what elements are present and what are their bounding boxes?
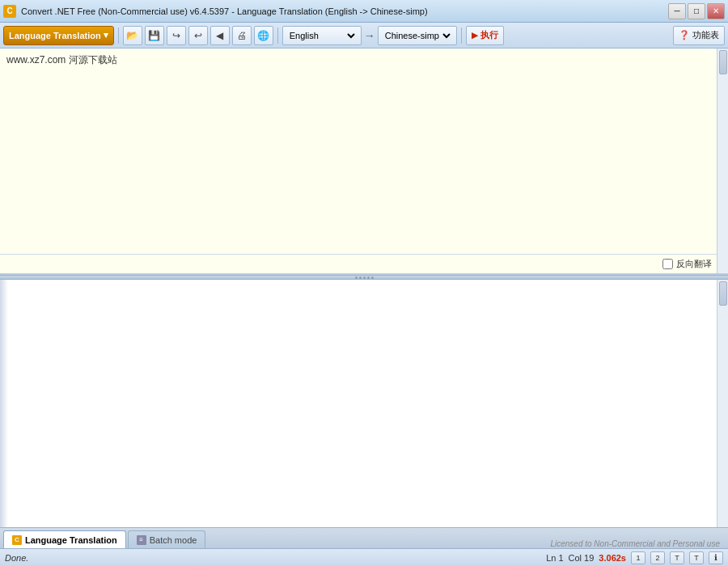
status-time-value: 3.062s [599,553,626,563]
back-button[interactable]: ◀ [210,26,230,45]
to-language-select[interactable]: Chinese-simp English French German Spani… [382,30,453,41]
left-accent-decoration [0,280,8,527]
tab-batch-mode[interactable]: ≡ Batch mode [128,530,206,548]
source-scrollbar-thumb[interactable] [719,50,727,74]
open-button[interactable]: 📂 [123,26,142,45]
status-nav-btn-2[interactable]: 2 [650,551,665,564]
undo-button[interactable]: ↩ [188,26,208,45]
splitter-dot-2 [359,277,362,279]
licensed-text: Licensed to Non-Commercial and Personal … [550,539,725,548]
print-button[interactable]: 🖨 [232,26,252,45]
brand-label: Language Translation [9,31,101,40]
source-editor-panel: www.xz7.com 河源下载站 反向翻译 [0,49,728,275]
features-icon: ❓ [679,30,690,40]
tab-batch-label: Batch mode [150,535,197,545]
title-bar-text: Convert .NET Free (Non-Commercial use) v… [21,6,668,16]
from-language-select[interactable]: English Chinese-simp French German Spani… [286,30,358,41]
brand-dropdown[interactable]: Language Translation ▾ [3,26,114,45]
target-editor-panel [0,280,728,527]
execute-button[interactable]: ▶ 执行 [466,26,504,45]
reverse-translate-label[interactable]: 反向翻译 [662,258,712,270]
features-label: 功能表 [692,29,719,41]
tab-bar: C Language Translation ≡ Batch mode Lice… [0,527,728,548]
minimize-button[interactable]: ─ [668,3,686,19]
source-editor-scrollbar[interactable] [717,49,728,273]
splitter-dots [355,277,374,279]
splitter-dot-3 [363,277,366,279]
web-button[interactable]: 🌐 [254,26,273,45]
toolbar-separator-3 [461,27,462,44]
splitter-dot-4 [367,277,370,279]
toolbar: Language Translation ▾ 📂 💾 ↪ ↩ ◀ 🖨 🌐 Eng… [0,23,728,49]
toolbar-separator-2 [277,27,278,44]
title-bar-buttons: ─ □ ✕ [668,3,725,19]
source-text: www.xz7.com 河源下载站 [6,54,117,65]
brand-arrow-icon: ▾ [104,30,108,40]
main-content: www.xz7.com 河源下载站 反向翻译 [0,49,728,527]
target-editor-content[interactable] [0,280,728,527]
splitter-dot-1 [355,277,358,279]
status-column-number: Col 19 [569,553,595,563]
status-t-btn-2[interactable]: T [689,551,704,564]
tab-lang-trans-label: Language Translation [25,535,117,545]
reverse-translate-checkbox[interactable] [662,259,673,269]
status-bar: Done. Ln 1 Col 19 3.062s 1 2 T T ℹ [0,548,728,566]
close-button[interactable]: ✕ [707,3,725,19]
toolbar-separator-1 [118,27,119,44]
target-scrollbar-thumb[interactable] [719,281,727,306]
status-info-button[interactable]: ℹ [709,551,723,564]
execute-label: 执行 [480,29,498,41]
tab-batch-icon: ≡ [137,535,146,545]
source-editor-content[interactable]: www.xz7.com 河源下载站 [0,49,728,254]
target-editor-scrollbar[interactable] [717,280,728,527]
maximize-button[interactable]: □ [688,3,705,19]
app-icon: C [3,5,16,18]
status-t-btn-1[interactable]: T [670,551,684,564]
tab-lang-trans-icon: C [12,535,22,545]
reverse-translate-text: 反向翻译 [676,258,712,270]
redo-button[interactable]: ↪ [167,26,186,45]
status-done-text: Done. [5,553,28,563]
save-button[interactable]: 💾 [145,26,164,45]
status-nav-btn-1[interactable]: 1 [631,551,645,564]
execute-icon: ▶ [472,31,478,40]
splitter-dot-5 [371,277,374,279]
reverse-translate-area: 反向翻译 [0,254,728,273]
to-language-dropdown[interactable]: Chinese-simp English French German Spani… [378,26,457,45]
status-line-number: Ln 1 [546,553,563,563]
translation-direction-icon: → [364,29,375,42]
features-menu-button[interactable]: ❓ 功能表 [673,26,725,45]
tab-language-translation[interactable]: C Language Translation [3,530,126,548]
title-bar: C Convert .NET Free (Non-Commercial use)… [0,0,728,23]
from-language-dropdown[interactable]: English Chinese-simp French German Spani… [282,26,362,45]
